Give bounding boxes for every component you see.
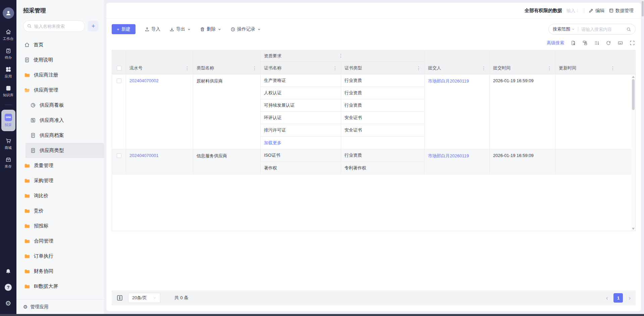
rail-item-inventory[interactable]: 库存 (5, 157, 12, 169)
rail-item-todo[interactable]: 待办 (5, 48, 12, 60)
sidebar-item-purchasing[interactable]: 采购管理 (16, 173, 104, 188)
rail-item-knowledge[interactable]: AI 知识库 (3, 85, 14, 98)
sidebar-item-supplier-type[interactable]: 供应商类型 (25, 143, 104, 158)
sidebar-item-order-execution[interactable]: 订单执行 (16, 249, 104, 264)
export-button[interactable]: 导出 (169, 26, 191, 32)
file-preview-icon[interactable] (571, 40, 576, 46)
import-button[interactable]: 导入 (145, 26, 160, 32)
settings-gear-icon[interactable]: ⚙ (5, 300, 11, 307)
column-menu-icon[interactable]: ⋮ (547, 66, 552, 70)
load-more-link[interactable]: 加载更多 (264, 140, 281, 146)
gear-icon: ⚙ (23, 304, 28, 309)
new-button[interactable]: + 新建 (112, 24, 136, 34)
column-menu-icon[interactable]: ⋮ (416, 66, 421, 70)
advanced-search-link[interactable]: 高级搜索 (547, 40, 564, 46)
cert-subrow: ISO证书 行业资质 (261, 149, 424, 162)
update-time-cell (555, 149, 619, 174)
sidebar-item-supplier-dashboard[interactable]: 供应商看板 (16, 98, 104, 113)
rail-item-label: 应用 (5, 74, 12, 79)
submitter-link[interactable]: 市场部白月20260119 (428, 153, 469, 158)
column-menu-icon[interactable]: ⋮ (185, 66, 190, 70)
rail-item-label: 商城 (5, 146, 12, 150)
row-checkbox[interactable] (117, 78, 121, 83)
user-icon (5, 10, 12, 16)
app-rail: 工作台 待办 应用 AI 知识库 SRM 招采 商城 (0, 0, 16, 316)
column-menu-icon[interactable]: ⋮ (610, 66, 615, 70)
column-header-update-time: 更新时间 ⋮ (555, 62, 619, 74)
edit-button[interactable]: 编辑 (589, 8, 604, 14)
sidebar-item-bi-dashboard[interactable]: BI数据大屏 (16, 279, 104, 294)
horizontal-scrollbar[interactable] (0, 314, 644, 316)
sidebar-item-home[interactable]: 首页 (16, 37, 104, 52)
column-menu-icon[interactable]: ⋮ (252, 66, 257, 70)
sidebar-item-finance[interactable]: 财务协同 (16, 264, 104, 279)
fullscreen-icon[interactable] (630, 40, 635, 46)
sidebar-item-bidding-price[interactable]: 竞价 (16, 203, 104, 218)
sidebar-item-inquiry[interactable]: 询比价 (16, 188, 104, 203)
rail-item-label: 工作台 (3, 37, 14, 41)
sidebar-item-supplier-register[interactable]: 供应商注册 (16, 67, 104, 83)
manage-apps-button[interactable]: ⚙ 管理应用 (16, 299, 104, 314)
column-menu-icon[interactable]: ⋮ (333, 66, 337, 70)
rail-item-workbench[interactable]: 工作台 (3, 29, 14, 41)
search-icon (27, 23, 32, 29)
select-all-checkbox[interactable] (117, 66, 121, 70)
row-height-icon[interactable] (594, 40, 599, 46)
scrollbar-thumb[interactable] (632, 79, 635, 110)
current-page-button[interactable]: 1 (613, 293, 623, 303)
sidebar-item-supplier-management[interactable]: 供应商管理 (16, 83, 104, 98)
delete-button[interactable]: 删除 (200, 26, 221, 32)
bell-icon[interactable] (5, 268, 11, 275)
sidebar-item-supplier-archive[interactable]: 供应商档案 (16, 128, 104, 143)
row-height-toggle-icon[interactable] (116, 295, 123, 301)
sidebar-item-quality[interactable]: 质量管理 (16, 158, 104, 173)
keyboard-icon[interactable] (618, 40, 623, 46)
pie-chart-icon (30, 102, 36, 108)
page-size-select[interactable]: 20条/页 (128, 293, 160, 303)
search-icon[interactable] (626, 27, 631, 32)
submit-time-cell: 2026-01-19 16:59:09 (490, 74, 555, 149)
sidebar-item-label: 供应商准入 (40, 117, 64, 123)
input-hint: 输入： (567, 8, 580, 14)
cert-subrow: 人权认证 行业资质 (261, 87, 424, 99)
sidebar-item-instructions[interactable]: 使用说明 (16, 52, 104, 67)
sidebar-item-tendering[interactable]: 招投标 (16, 218, 104, 233)
column-menu-icon[interactable]: ⋮ (481, 66, 486, 70)
scroll-down-icon[interactable] (632, 228, 635, 230)
row-checkbox[interactable] (117, 153, 121, 158)
serial-link[interactable]: 202404070001 (129, 153, 159, 158)
table-search-input[interactable] (581, 27, 623, 32)
refresh-icon[interactable] (606, 40, 611, 46)
rail-item-srm-selected[interactable]: SRM 招采 (1, 110, 15, 131)
sidebar-search-input[interactable] (23, 20, 85, 32)
sidebar-item-label: 供应商类型 (40, 147, 64, 154)
rail-divider (5, 105, 12, 105)
cert-subrow: 可持续发展认证 行业资质 (261, 99, 424, 112)
rail-item-label: 库存 (5, 164, 12, 169)
display-fields-icon[interactable] (582, 40, 588, 46)
page-scrollbar-thumb[interactable] (642, 1, 644, 16)
prev-page-button[interactable]: ‹ (606, 295, 608, 301)
search-scope-select[interactable]: 搜索范围 (553, 26, 575, 32)
avatar[interactable] (3, 7, 14, 19)
divider (584, 8, 584, 13)
page-scrollbar (641, 0, 644, 314)
sidebar-item-supplier-admission[interactable]: 供应商准入 (16, 113, 104, 128)
submitter-link[interactable]: 市场部白月20260119 (428, 78, 469, 84)
rail-item-label: 待办 (5, 55, 12, 60)
scroll-up-icon[interactable] (632, 76, 635, 78)
sidebar-item-contract[interactable]: 合同管理 (16, 233, 104, 249)
column-menu-icon[interactable]: ⋮ (338, 53, 343, 58)
rail-item-apps[interactable]: 应用 (5, 66, 12, 79)
serial-link[interactable]: 202404070002 (129, 78, 159, 83)
data-manage-button[interactable]: 数据管理 (609, 8, 634, 14)
chevron-down-icon (218, 28, 221, 31)
next-page-button[interactable]: › (628, 295, 631, 301)
operation-log-button[interactable]: 操作记录 (230, 26, 261, 32)
cert-subrow: 排污许可证 安全证书 (261, 124, 424, 137)
rail-item-mall[interactable]: 商城 (5, 138, 12, 150)
help-icon[interactable]: ? (5, 284, 12, 291)
table-search: 搜索范围 (548, 24, 636, 35)
folder-open-icon (24, 87, 30, 93)
add-menu-button[interactable]: + (88, 21, 99, 32)
